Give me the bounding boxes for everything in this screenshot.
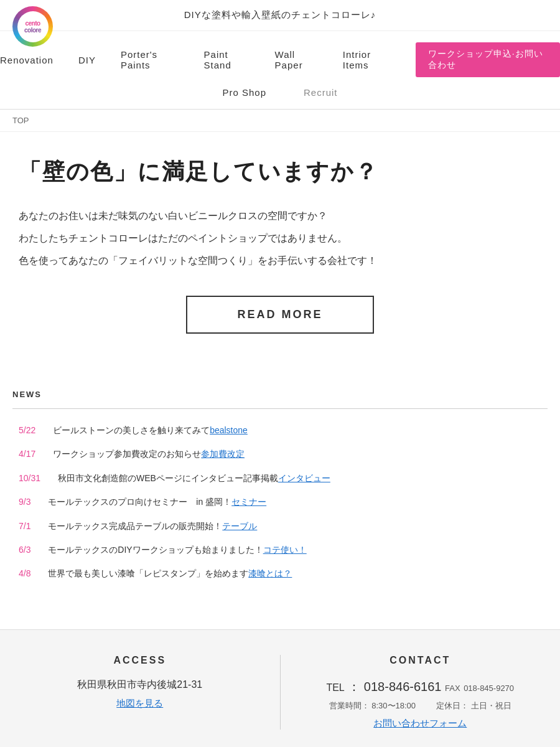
news-date: 5/22 (19, 425, 35, 435)
nav-paint-stand[interactable]: Paint Stand (204, 49, 250, 70)
contact-tel: TEL ： 018-846-6161 FAX 018-845-9270 (293, 679, 548, 695)
nav-intrior-items[interactable]: Intrior Items (343, 49, 391, 70)
news-text: モールテックスのDIYワークショップも始まりました！ (39, 545, 263, 555)
news-text: ワークショップ参加費改定のお知らせ (44, 449, 201, 459)
nav-pro-shop[interactable]: Pro Shop (222, 87, 266, 98)
news-text: 世界で最も美しい漆喰「レピスタンプ」を始めます (39, 568, 248, 578)
site-footer: ACCESS 秋田県秋田市寺内後城21-31 地図を見る CONTACT TEL… (0, 629, 560, 747)
page-heading: 「壁の色」に満足していますか？ (19, 157, 541, 187)
fax-label: FAX (445, 684, 460, 693)
news-link[interactable]: bealstone (210, 425, 248, 435)
news-date: 6/3 (19, 545, 30, 555)
main-content: 「壁の色」に満足していますか？ あなたのお住いは未だ味気のない白いビニールクロス… (0, 132, 560, 383)
nav-porters-paints[interactable]: Porter's Paints (121, 49, 179, 70)
map-link[interactable]: 地図を見る (116, 698, 163, 708)
news-date: 4/17 (19, 449, 35, 459)
news-link[interactable]: コテ使い！ (263, 545, 307, 555)
read-more-button[interactable]: READ MORE (186, 296, 373, 334)
news-date: 9/3 (19, 497, 30, 507)
body-line-1: あなたのお住いは未だ味気のない白いビニールクロスの空間ですか？ (19, 206, 541, 226)
workshop-button[interactable]: ワークショップ申込·お問い合わせ (416, 42, 560, 77)
list-item: 4/8 世界で最も美しい漆喰「レピスタンプ」を始めます漆喰とは？ (12, 561, 548, 585)
hours: 8:30〜18:00 (371, 701, 416, 710)
fax-number: 018-845-9270 (464, 684, 514, 693)
body-line-3: 色を使ってあなたの「フェイバリットな空間つくり」をお手伝いする会社です！ (19, 251, 541, 271)
nav-top-row: Renovation DIY Porter's Paints Paint Sta… (0, 31, 560, 82)
news-link[interactable]: テーブル (222, 521, 257, 531)
contact-title: CONTACT (293, 655, 548, 666)
read-more-section: READ MORE (19, 296, 541, 334)
news-date: 7/1 (19, 521, 30, 531)
footer-contact: CONTACT TEL ： 018-846-6161 FAX 018-845-9… (293, 655, 548, 730)
access-title: ACCESS (12, 655, 268, 666)
tel-label: TEL (326, 682, 344, 693)
contact-hours: 営業時間： 8:30〜18:00 定休日： 土日・祝日 (293, 700, 548, 712)
footer-divider (280, 655, 281, 730)
news-label: NEWS (12, 390, 548, 399)
footer-columns: ACCESS 秋田県秋田市寺内後城21-31 地図を見る CONTACT TEL… (12, 655, 548, 730)
news-link[interactable]: セミナー (231, 497, 266, 507)
hours-label: 営業時間： (329, 701, 370, 710)
closed-label-text: 定休日： (436, 701, 469, 710)
closed: 土日・祝日 (471, 701, 511, 710)
closed-label (418, 701, 434, 710)
contact-form-link[interactable]: お問い合わせフォーム (373, 718, 467, 728)
news-link[interactable]: 漆喰とは？ (248, 568, 292, 578)
nav-renovation[interactable]: Renovation (0, 55, 54, 65)
list-item: 9/3 モールテックスのプロ向けセミナー in 盛岡！セミナー (12, 490, 548, 514)
nav-recruit[interactable]: Recruit (304, 87, 338, 98)
logo-text-top: cento (25, 20, 40, 27)
header-tagline: DIYな塗料や輸入壁紙のチェントコローレ♪ (184, 9, 376, 21)
breadcrumb: TOP (0, 110, 560, 132)
news-text: モールテックス完成品テーブルの販売開始！ (39, 521, 222, 531)
list-item: 5/22 ビールストーンの美しさを触り来てみてbealstone (12, 418, 548, 442)
news-date: 4/8 (19, 568, 30, 578)
list-item: 7/1 モールテックス完成品テーブルの販売開始！テーブル (12, 514, 548, 538)
list-item: 4/17 ワークショップ参加費改定のお知らせ参加費改定 (12, 442, 548, 466)
logo-text-bot: colore (24, 27, 41, 34)
main-nav: Renovation DIY Porter's Paints Paint Sta… (0, 31, 560, 110)
site-header: cento colore DIYな塗料や輸入壁紙のチェントコローレ♪ (0, 0, 560, 31)
nav-diy[interactable]: DIY (78, 55, 96, 65)
footer-address: 秋田県秋田市寺内後城21-31 (12, 679, 268, 692)
news-link[interactable]: 参加費改定 (201, 449, 245, 459)
news-text: 秋田市文化創造館のWEBページにインタビュー記事掲載 (49, 473, 278, 483)
tel-number: 018-846-6161 (364, 680, 442, 693)
body-line-2: わたしたちチェントコローレはただのペイントショップではありません。 (19, 228, 541, 248)
list-item: 10/31 秋田市文化創造館のWEBページにインタビュー記事掲載インタビュー (12, 466, 548, 490)
news-link[interactable]: インタビュー (278, 473, 330, 483)
footer-access: ACCESS 秋田県秋田市寺内後城21-31 地図を見る (12, 655, 268, 730)
page-body: あなたのお住いは未だ味気のない白いビニールクロスの空間ですか？ わたしたちチェン… (19, 206, 541, 271)
nav-bottom-row: Pro Shop Recruit (0, 82, 560, 109)
list-item: 6/3 モールテックスのDIYワークショップも始まりました！コテ使い！ (12, 538, 548, 561)
news-section: NEWS 5/22 ビールストーンの美しさを触り来てみてbealstone 4/… (0, 383, 560, 604)
nav-wall-paper[interactable]: Wall Paper (275, 49, 318, 70)
news-text: ビールストーンの美しさを触り来てみて (44, 425, 210, 435)
news-text: モールテックスのプロ向けセミナー in 盛岡！ (39, 497, 231, 507)
site-logo[interactable]: cento colore (12, 6, 53, 47)
news-date: 10/31 (19, 473, 40, 483)
news-divider (12, 408, 548, 409)
tel-separator: ： (348, 680, 364, 693)
